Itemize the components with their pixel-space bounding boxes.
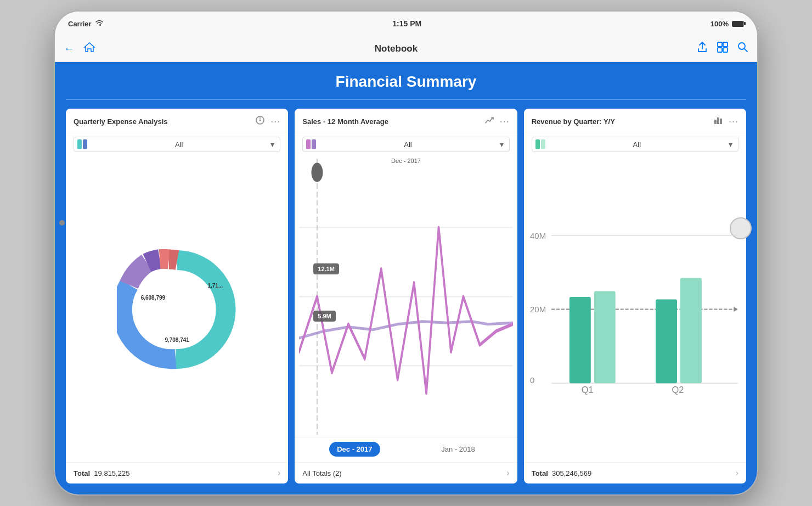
scrubber-date-label: Dec - 2017 xyxy=(391,158,421,164)
card3-footer-chevron[interactable]: › xyxy=(736,468,738,478)
more-icon-card3[interactable]: ··· xyxy=(729,116,738,127)
more-icon-card1[interactable]: ··· xyxy=(270,116,280,127)
svg-point-8 xyxy=(148,280,207,339)
svg-rect-28 xyxy=(680,278,702,384)
card2-footer-chevron[interactable]: › xyxy=(506,468,509,478)
card1-title: Quarterly Expense Analysis xyxy=(74,117,168,126)
carrier-label: Carrier xyxy=(68,20,92,28)
card1-header-icons: ··· xyxy=(255,115,280,127)
svg-rect-16 xyxy=(720,119,722,124)
card2-footer: All Totals (2) › xyxy=(295,462,517,483)
svg-text:20M: 20M xyxy=(530,305,546,314)
card1-total-label: Total xyxy=(74,469,90,477)
svg-point-7 xyxy=(260,120,261,121)
donut-svg xyxy=(117,249,238,370)
svg-rect-3 xyxy=(723,48,728,52)
swatch3a xyxy=(535,139,540,149)
card1-total-text: Total 19,815,225 xyxy=(74,469,129,477)
side-button-left xyxy=(59,220,65,226)
card1-body: 6,608,799 1,71... 9,708,741 xyxy=(66,156,288,462)
svg-point-4 xyxy=(738,43,745,49)
nav-bar: ← Notebook xyxy=(55,36,757,62)
svg-rect-26 xyxy=(594,291,615,384)
svg-rect-2 xyxy=(718,48,722,52)
card3-swatch xyxy=(535,139,545,149)
line-chart-svg xyxy=(299,159,512,435)
ipad-shell: Carrier 1:15 PM 100% ← xyxy=(55,12,757,494)
card3-chevron-down: ▾ xyxy=(729,140,732,149)
card2-body: Dec - 2017 12.1M 5.9M xyxy=(295,156,517,437)
svg-rect-0 xyxy=(718,42,722,47)
swatch2b xyxy=(312,139,316,149)
svg-rect-25 xyxy=(569,297,591,383)
card1-footer: Total 19,815,225 › xyxy=(66,462,288,483)
svg-marker-24 xyxy=(734,307,737,312)
date-tab-dec2017[interactable]: Dec - 2017 xyxy=(329,442,380,457)
status-time: 1:15 PM xyxy=(392,19,421,28)
svg-line-5 xyxy=(745,49,747,52)
card1-dropdown[interactable]: All ▾ xyxy=(74,137,280,152)
more-icon-card2[interactable]: ··· xyxy=(500,116,510,127)
card1-footer-chevron[interactable]: › xyxy=(278,468,280,478)
swatch2a xyxy=(306,139,311,149)
card1-chevron-down: ▾ xyxy=(270,140,274,149)
svg-rect-14 xyxy=(714,120,717,124)
card1-dropdown-label: All xyxy=(175,140,183,149)
card-sales: Sales - 12 Month Average ··· xyxy=(295,109,517,483)
trend-icon[interactable] xyxy=(484,115,494,127)
refresh-icon[interactable] xyxy=(255,115,265,127)
swatch3b xyxy=(541,139,545,149)
svg-text:0: 0 xyxy=(530,375,534,385)
card2-dropdown-row: All ▾ xyxy=(295,132,517,156)
bar-chart-icon[interactable] xyxy=(713,115,723,127)
card3-total-text: Total 305,246,569 xyxy=(532,469,592,477)
back-button[interactable]: ← xyxy=(64,42,75,55)
home-nav-icon[interactable] xyxy=(83,42,95,55)
card3-title: Revenue by Quarter: Y/Y xyxy=(532,117,615,126)
nav-title: Notebook xyxy=(375,43,418,54)
svg-rect-27 xyxy=(656,300,677,384)
svg-rect-15 xyxy=(717,117,719,124)
card2-dropdown[interactable]: All ▾ xyxy=(302,137,509,152)
battery-percent: 100% xyxy=(710,20,729,28)
status-bar: Carrier 1:15 PM 100% xyxy=(55,12,757,36)
svg-rect-1 xyxy=(723,42,728,47)
nav-left: ← xyxy=(64,42,95,55)
card3-dropdown-row: All ▾ xyxy=(524,132,746,156)
card3-header: Revenue by Quarter: Y/Y ··· xyxy=(524,109,746,132)
card-quarterly-expense: Quarterly Expense Analysis ··· xyxy=(66,109,288,483)
card1-swatch xyxy=(77,139,87,149)
main-content: Financial Summary Quarterly Expense Anal… xyxy=(55,62,757,494)
page-title-bar: Financial Summary xyxy=(55,62,757,99)
card2-header: Sales - 12 Month Average ··· xyxy=(295,109,517,132)
swatch1b xyxy=(83,139,87,149)
nav-right xyxy=(697,41,748,56)
svg-point-13 xyxy=(312,163,323,182)
svg-text:Q1: Q1 xyxy=(581,385,593,395)
status-right: 100% xyxy=(710,20,744,28)
card2-swatch xyxy=(306,139,316,149)
svg-text:40M: 40M xyxy=(530,231,546,240)
pages-icon[interactable] xyxy=(717,41,729,56)
card-revenue: Revenue by Quarter: Y/Y ··· xyxy=(524,109,746,483)
page-title: Financial Summary xyxy=(55,73,757,91)
donut-chart: 6,608,799 1,71... 9,708,741 xyxy=(117,249,238,370)
card3-body: 40M 20M 0 xyxy=(524,156,746,462)
card3-total-value: 305,246,569 xyxy=(552,469,591,477)
card3-total-label: Total xyxy=(532,469,548,477)
card1-header: Quarterly Expense Analysis ··· xyxy=(66,109,288,132)
date-tabs: Dec - 2017 Jan - 2018 xyxy=(295,437,517,462)
bar-chart-svg: 40M 20M 0 xyxy=(528,159,742,460)
card1-total-value: 19,815,225 xyxy=(94,469,129,477)
line-chart: Dec - 2017 12.1M 5.9M xyxy=(299,159,512,435)
swatch1a xyxy=(77,139,82,149)
date-tab-jan2018[interactable]: Jan - 2018 xyxy=(433,442,482,457)
status-left: Carrier xyxy=(68,19,104,28)
card2-footer-label: All Totals (2) xyxy=(302,469,341,477)
wifi-icon xyxy=(95,19,104,28)
card3-dropdown[interactable]: All ▾ xyxy=(532,137,738,152)
search-nav-icon[interactable] xyxy=(737,42,748,55)
card2-header-icons: ··· xyxy=(484,115,510,127)
share-icon[interactable] xyxy=(697,41,708,56)
card2-dropdown-label: All xyxy=(404,140,411,149)
